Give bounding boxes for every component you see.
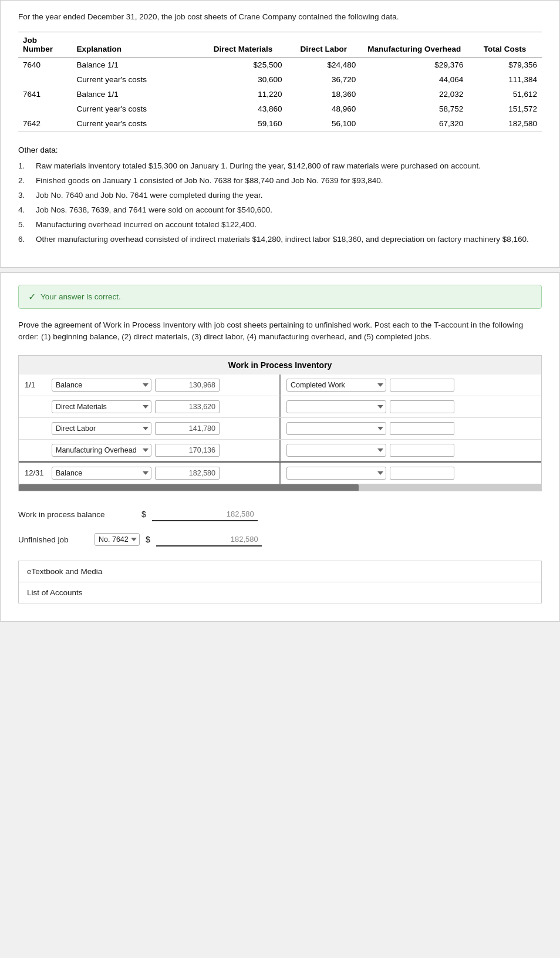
right-amount-input[interactable]	[390, 444, 454, 457]
list-item: 1.Raw materials inventory totaled $15,30…	[18, 161, 542, 170]
list-item: 4.Job Nos. 7638, 7639, and 7641 were sol…	[18, 205, 542, 214]
check-icon: ✓	[28, 291, 36, 302]
col-explanation: Explanation	[72, 32, 199, 58]
t-right-cell	[281, 440, 541, 461]
right-account-select[interactable]	[286, 400, 386, 413]
job-table: Job Number Explanation Direct Materials …	[18, 32, 542, 131]
scrollbar-thumb	[19, 484, 359, 491]
list-item: 2.Finished goods on January 1 consisted …	[18, 176, 542, 185]
list-accounts-button[interactable]: List of Accounts	[18, 582, 542, 603]
left-account-select[interactable]: Direct Labor	[52, 422, 151, 435]
left-account-select[interactable]: Balance	[52, 467, 151, 480]
instructions: Prove the agreement of Work in Process I…	[18, 319, 542, 343]
left-amount-input[interactable]	[155, 400, 220, 413]
wip-balance-row: Work in process balance $	[18, 508, 542, 521]
list-item: 5.Manufacturing overhead incurred on acc…	[18, 220, 542, 229]
col-direct-materials: Direct Materials	[200, 32, 287, 58]
left-account-select[interactable]: Manufacturing Overhead	[52, 444, 151, 457]
right-account-select[interactable]	[286, 422, 386, 435]
right-amount-input[interactable]	[390, 379, 454, 392]
left-amount-input[interactable]	[155, 379, 220, 392]
intro-text: For the year ended December 31, 2020, th…	[18, 12, 542, 21]
left-account-select[interactable]: Direct Materials	[52, 400, 151, 413]
t-left-cell: Manufacturing Overhead	[19, 440, 279, 461]
t-left-cell: 12/31Balance	[19, 463, 279, 484]
top-section: For the year ended December 31, 2020, th…	[0, 0, 560, 268]
list-item: 6.Other manufacturing overhead consisted…	[18, 235, 542, 244]
t-right-cell	[281, 418, 541, 439]
correct-text: Your answer is correct.	[41, 292, 121, 301]
t-right-cell	[281, 463, 541, 484]
table-row: 7641	[18, 87, 72, 102]
summary-section: Work in process balance $ Unfinished job…	[18, 508, 542, 547]
other-data-label: Other data:	[18, 146, 542, 154]
right-amount-input[interactable]	[390, 467, 454, 480]
t-account-container: Work in Process Inventory 1/1Balance Com…	[18, 355, 542, 491]
table-row: 7640	[18, 58, 72, 73]
t-right-cell	[281, 396, 541, 417]
left-amount-input[interactable]	[155, 467, 220, 480]
t-left-cell: Direct Labor	[19, 418, 279, 439]
col-direct-labor: Direct Labor	[286, 32, 360, 58]
left-account-select[interactable]: Balance	[52, 379, 151, 392]
scrollbar[interactable]	[18, 484, 542, 491]
right-amount-input[interactable]	[390, 422, 454, 435]
table-row	[18, 72, 72, 87]
unfinished-job-label: Unfinished job	[18, 535, 89, 544]
t-account-title: Work in Process Inventory	[18, 355, 542, 375]
table-row	[18, 102, 72, 116]
right-account-select[interactable]: Completed Work	[286, 379, 386, 392]
data-list: 1.Raw materials inventory totaled $15,30…	[18, 161, 542, 244]
right-account-select[interactable]	[286, 444, 386, 457]
table-row: 7642	[18, 116, 72, 131]
action-buttons: eTextbook and Media List of Accounts	[18, 561, 542, 603]
dollar-sign-1: $	[141, 510, 146, 519]
correct-banner: ✓ Your answer is correct.	[18, 285, 542, 309]
t-right-cell: Completed Work	[281, 375, 541, 396]
unfinished-job-input[interactable]	[156, 533, 262, 547]
bottom-section: ✓ Your answer is correct. Prove the agre…	[0, 272, 560, 622]
etextbook-button[interactable]: eTextbook and Media	[18, 561, 542, 582]
unfinished-job-row: Unfinished job No. 7642 No. 7640 No. 764…	[18, 533, 542, 547]
right-amount-input[interactable]	[390, 400, 454, 413]
list-item: 3.Job No. 7640 and Job No. 7641 were com…	[18, 191, 542, 200]
wip-balance-input[interactable]	[152, 508, 258, 521]
t-date-left: 12/31	[25, 468, 48, 477]
t-left-cell: 1/1Balance	[19, 375, 279, 396]
left-amount-input[interactable]	[155, 422, 220, 435]
t-date-left: 1/1	[25, 380, 48, 389]
job-select[interactable]: No. 7642 No. 7640 No. 7641	[95, 533, 140, 546]
left-amount-input[interactable]	[155, 444, 220, 457]
dollar-sign-2: $	[146, 535, 150, 544]
col-moh: Manufacturing Overhead	[360, 32, 468, 58]
col-total: Total Costs	[468, 32, 542, 58]
t-left-cell: Direct Materials	[19, 396, 279, 417]
wip-balance-label: Work in process balance	[18, 510, 136, 519]
right-account-select[interactable]	[286, 467, 386, 480]
col-job-number: Job Number	[18, 32, 72, 58]
